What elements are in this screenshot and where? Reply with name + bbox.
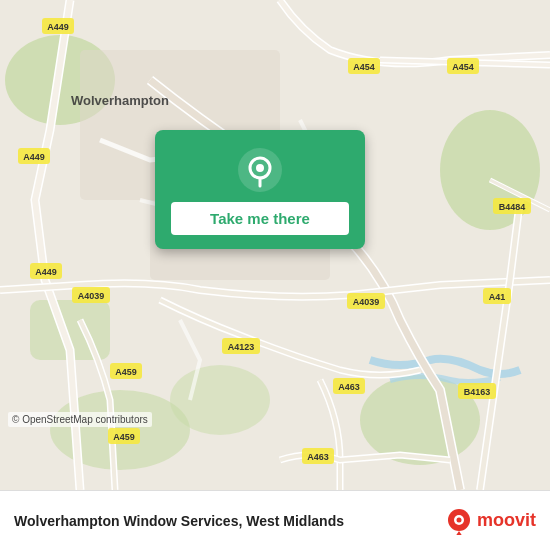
moovit-logo: moovit [445, 507, 536, 535]
location-pin-icon [238, 148, 282, 192]
moovit-text: moovit [477, 510, 536, 531]
svg-point-5 [170, 365, 270, 435]
svg-text:Wolverhampton: Wolverhampton [71, 93, 169, 108]
svg-text:A459: A459 [113, 432, 135, 442]
svg-text:A41: A41 [489, 292, 506, 302]
svg-text:A454: A454 [452, 62, 474, 72]
svg-text:B4163: B4163 [464, 387, 491, 397]
take-me-there-button[interactable]: Take me there [171, 202, 349, 235]
svg-text:A4123: A4123 [228, 342, 255, 352]
svg-point-45 [456, 517, 461, 522]
svg-text:A463: A463 [338, 382, 360, 392]
location-name: Wolverhampton Window Services, West Midl… [14, 513, 344, 529]
location-card: Take me there [155, 130, 365, 249]
map-attribution: © OpenStreetMap contributors [8, 412, 152, 427]
map-container: A449 A449 A449 A454 A454 A4039 A4039 A41… [0, 0, 550, 490]
svg-text:A454: A454 [353, 62, 375, 72]
moovit-icon [445, 507, 473, 535]
svg-text:A4039: A4039 [353, 297, 380, 307]
svg-text:A449: A449 [35, 267, 57, 277]
svg-text:A449: A449 [23, 152, 45, 162]
svg-text:A449: A449 [47, 22, 69, 32]
svg-text:A4039: A4039 [78, 291, 105, 301]
svg-point-42 [256, 164, 264, 172]
location-info: Wolverhampton Window Services, West Midl… [14, 513, 344, 529]
svg-text:A463: A463 [307, 452, 329, 462]
bottom-bar: Wolverhampton Window Services, West Midl… [0, 490, 550, 550]
svg-text:B4484: B4484 [499, 202, 526, 212]
svg-text:A459: A459 [115, 367, 137, 377]
